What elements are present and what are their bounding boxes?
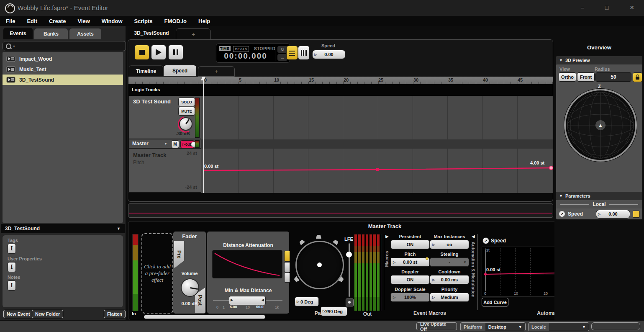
parameters-header[interactable]: ▼ Parameters bbox=[556, 192, 642, 200]
list-item-music-test[interactable]: Music_Test bbox=[3, 64, 123, 75]
tab-assets[interactable]: Assets bbox=[69, 28, 101, 39]
pitch-automation-lane[interactable]: 0.00 st 4.00 st bbox=[201, 149, 553, 194]
radius-lock-button[interactable] bbox=[633, 72, 642, 82]
stealing-dropdown[interactable]: -▼ bbox=[430, 257, 469, 267]
macros-section-tab[interactable]: Macros bbox=[384, 251, 389, 267]
menu-create[interactable]: Create bbox=[43, 18, 72, 24]
lfe-slider-knob[interactable] bbox=[346, 252, 352, 257]
ortho-button[interactable]: Ortho bbox=[559, 72, 576, 82]
curve-shape-button[interactable] bbox=[284, 262, 290, 272]
automation-section-tab[interactable]: Automation & Modulation bbox=[471, 242, 476, 298]
timeline-overview-strip[interactable] bbox=[128, 203, 553, 218]
speed-parameter-field[interactable]: ▷ 0.00 bbox=[596, 210, 630, 219]
master-volume-field[interactable]: ▷ 0dB bbox=[180, 140, 195, 148]
master-caret-icon[interactable]: ▼ bbox=[164, 142, 167, 146]
front-button[interactable]: Front bbox=[577, 72, 595, 82]
listener-marker-icon[interactable]: ▲ bbox=[595, 120, 606, 130]
menu-edit[interactable]: Edit bbox=[21, 18, 43, 24]
lanes-view-toggle[interactable] bbox=[298, 46, 310, 60]
minimize-button[interactable]: – bbox=[576, 3, 589, 12]
cooldown-field[interactable]: ▷0.00 ms bbox=[430, 275, 469, 284]
time-mode-toggle[interactable]: TIME bbox=[219, 46, 231, 51]
doppler-toggle[interactable]: ON bbox=[390, 275, 430, 284]
platform-selector[interactable]: Platform Desktop ▼ bbox=[460, 322, 526, 331]
panner-min-angle-field[interactable]: ▷ 0 Deg bbox=[295, 297, 319, 306]
solo-button[interactable]: SOLO bbox=[178, 98, 195, 106]
minmax-range-slider[interactable]: ▶ ◀ bbox=[229, 296, 266, 305]
status-extra-field[interactable] bbox=[591, 322, 640, 330]
master-bus-lane[interactable] bbox=[201, 139, 553, 149]
add-curve-button[interactable]: Add Curve bbox=[482, 298, 508, 306]
expand-macros-icon[interactable]: ▶ bbox=[385, 234, 389, 239]
search-filter-caret-icon[interactable]: ▼ bbox=[13, 45, 15, 48]
pre-fader-tab[interactable]: Pre bbox=[174, 241, 184, 268]
fader-volume-knob[interactable] bbox=[181, 278, 199, 297]
new-folder-button[interactable]: New Folder bbox=[32, 310, 63, 318]
master-bus-header[interactable]: Master ▼ M ▷ 0dB bbox=[129, 139, 201, 149]
track-volume-knob[interactable] bbox=[179, 117, 192, 131]
min-handle-icon[interactable]: ▶ bbox=[231, 298, 233, 302]
persistent-toggle[interactable]: ON bbox=[390, 240, 430, 249]
3d-preview-sphere[interactable]: ▲ bbox=[564, 89, 637, 162]
user-properties-field[interactable]: I bbox=[8, 262, 16, 272]
menu-fmodio[interactable]: FMOD.io bbox=[159, 18, 192, 24]
3d-preview-header[interactable]: ▼ 3D Preview bbox=[556, 56, 642, 64]
parameter-seek-button[interactable] bbox=[633, 211, 640, 218]
curve-shape-button-active[interactable] bbox=[284, 251, 290, 262]
radius-field[interactable]: 50 bbox=[595, 72, 631, 82]
pitch-field[interactable]: ▷0.00 st bbox=[390, 257, 430, 267]
notes-field[interactable]: I bbox=[8, 281, 16, 291]
tracks-view-toggle[interactable] bbox=[286, 46, 298, 60]
playhead[interactable] bbox=[203, 77, 204, 193]
menu-view[interactable]: View bbox=[72, 18, 95, 24]
live-update-button[interactable]: Live Update Off bbox=[416, 322, 457, 330]
new-tab-button[interactable]: + bbox=[176, 28, 211, 40]
panner-dial[interactable] bbox=[295, 241, 344, 289]
maximize-button[interactable]: □ bbox=[600, 3, 613, 12]
stop-button[interactable] bbox=[134, 45, 149, 60]
locale-dropdown[interactable]: ▼ bbox=[549, 323, 589, 331]
tab-speed-active[interactable]: Speed bbox=[164, 65, 196, 76]
beats-mode-toggle[interactable]: BEATS bbox=[233, 46, 249, 52]
mute-button[interactable]: MUTE bbox=[178, 107, 195, 116]
audio-track-lane[interactable] bbox=[201, 96, 553, 140]
platform-dropdown[interactable]: Desktop ▼ bbox=[485, 323, 525, 331]
priority-field[interactable]: ▷Medium bbox=[430, 293, 469, 302]
collapse-automation-icon[interactable]: ◀ bbox=[472, 234, 475, 239]
play-button[interactable] bbox=[151, 45, 166, 60]
tab-events[interactable]: Events bbox=[3, 28, 33, 39]
audio-track-header[interactable]: 3D Test Sound SOLO MUTE -30 dB bbox=[129, 96, 201, 139]
tab-timeline[interactable]: Timeline bbox=[129, 65, 163, 76]
pitch-track-header[interactable]: Master Track Pitch 24 st -24 st bbox=[129, 149, 201, 193]
doppler-scale-field[interactable]: ▷100% bbox=[390, 293, 430, 302]
collapse-caret-icon[interactable]: ▼ bbox=[117, 226, 121, 231]
max-instances-field[interactable]: ▷oo bbox=[430, 240, 469, 249]
tab-banks[interactable]: Banks bbox=[34, 28, 68, 39]
pitch-automation-curve[interactable] bbox=[201, 149, 553, 193]
max-handle-icon[interactable]: ◀ bbox=[262, 298, 264, 302]
list-item-3d-testsound-selected[interactable]: 3D_TestSound bbox=[3, 75, 123, 85]
prefader-effect-slot[interactable]: Click to add a pre-fader effect bbox=[141, 233, 173, 314]
pause-button[interactable] bbox=[168, 45, 183, 60]
close-button[interactable]: ✕ bbox=[626, 3, 638, 12]
menu-file[interactable]: File bbox=[0, 18, 21, 24]
menu-scripts[interactable]: Scripts bbox=[128, 18, 159, 24]
curve-shape-button[interactable] bbox=[284, 273, 290, 283]
speed-param-field[interactable]: ▷ 0.00 bbox=[312, 50, 346, 59]
tags-field[interactable]: I bbox=[8, 244, 16, 254]
flatten-button[interactable]: Flatten bbox=[104, 310, 126, 318]
tab-3d-testsound[interactable]: 3D_TestSound bbox=[128, 27, 174, 39]
locale-selector[interactable]: Locale ▼ bbox=[528, 322, 589, 331]
attenuation-graph[interactable] bbox=[212, 250, 282, 278]
add-parameter-tab-button[interactable]: + bbox=[198, 66, 235, 77]
parameter-ruler[interactable]: 0 5 10 15 20 25 30 35 40 45 bbox=[128, 77, 553, 84]
list-item-impact-wood[interactable]: Impact_Wood bbox=[3, 54, 123, 64]
deck-scrollbar[interactable] bbox=[144, 315, 265, 319]
lfe-link-button[interactable] bbox=[346, 299, 354, 306]
master-mute-button[interactable]: M bbox=[171, 140, 179, 148]
menu-window[interactable]: Window bbox=[96, 18, 128, 24]
panner-position-dot[interactable] bbox=[317, 263, 322, 267]
selected-event-header[interactable]: 3D_TestSound ▼ bbox=[1, 224, 125, 233]
menu-help[interactable]: Help bbox=[192, 18, 216, 24]
new-event-button[interactable]: New Event bbox=[3, 310, 33, 318]
